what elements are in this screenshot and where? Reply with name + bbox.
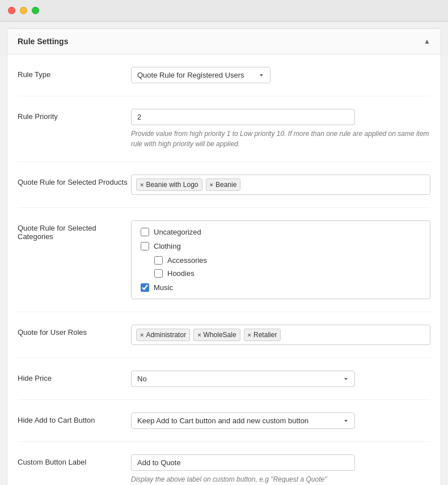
selected-products-control: × Beanie with Logo × Beanie (131, 175, 430, 195)
rule-type-control: Quote Rule for Registered Users Quote Ru… (131, 67, 430, 83)
panel-toggle-icon[interactable]: ▲ (424, 37, 430, 45)
hide-price-row: Hide Price No Yes (18, 358, 430, 400)
remove-wholesale[interactable]: × (197, 331, 201, 338)
cat-accessories-checkbox[interactable] (154, 256, 163, 265)
user-roles-row: Quote for User Roles × Administrator × W… (18, 312, 430, 358)
tag-beanie: × Beanie (206, 178, 241, 191)
cat-music-checkbox[interactable] (141, 283, 149, 292)
remove-administrator[interactable]: × (140, 331, 143, 338)
custom-button-label-control: Display the above label on custom button… (131, 454, 430, 484)
rule-settings-panel: Rule Settings ▲ Rule Type Quote Rule for… (7, 28, 441, 485)
panel-body: Rule Type Quote Rule for Registered User… (7, 54, 441, 485)
hide-add-to-cart-row: Hide Add to Cart Button Keep Add to Cart… (18, 400, 430, 442)
categories-checkbox-box: Uncategorized Clothing Accessories (131, 220, 430, 299)
cat-music-item: Music (141, 283, 421, 292)
rule-type-select[interactable]: Quote Rule for Registered Users Quote Ru… (131, 67, 271, 83)
cat-hoodies-label: Hoodies (167, 269, 195, 278)
cat-clothing-checkbox[interactable] (141, 242, 149, 250)
panel-header: Rule Settings ▲ (7, 29, 441, 54)
cat-hoodies-item: Hoodies (154, 269, 421, 278)
cat-accessories-label: Accessories (167, 256, 207, 265)
hide-price-control: No Yes (131, 371, 430, 387)
hide-add-to-cart-label: Hide Add to Cart Button (18, 412, 131, 424)
cat-hoodies-checkbox[interactable] (154, 269, 163, 278)
close-button[interactable] (8, 7, 15, 14)
minimize-button[interactable] (20, 7, 27, 14)
cat-uncategorized-item: Uncategorized (141, 228, 421, 236)
user-roles-control: × Administrator × WholeSale × Retalier (131, 325, 430, 345)
selected-categories-label: Quote Rule for Selected Categories (18, 220, 131, 241)
hide-add-to-cart-control: Keep Add to Cart button and add new cust… (131, 412, 430, 429)
tag-wholesale: × WholeSale (193, 329, 240, 341)
hide-add-to-cart-select[interactable]: Keep Add to Cart button and add new cust… (131, 412, 355, 429)
rule-priority-input[interactable] (131, 109, 355, 125)
custom-button-label-hint: Display the above label on custom button… (131, 474, 430, 484)
rule-priority-label: Rule Priority (18, 109, 131, 121)
tag-administrator: × Administrator (136, 329, 190, 341)
remove-retailer[interactable]: × (248, 331, 251, 338)
title-bar (0, 0, 448, 22)
rule-priority-control: Provide value from high priority 1 to Lo… (131, 109, 430, 149)
rule-priority-hint: Provide value from high priority 1 to Lo… (131, 129, 430, 149)
custom-button-label-row: Custom Button Label Display the above la… (18, 442, 430, 485)
custom-button-label-input[interactable] (131, 454, 355, 471)
tag-beanie-logo: × Beanie with Logo (136, 178, 202, 191)
cat-uncategorized-label: Uncategorized (154, 228, 201, 236)
rule-priority-row: Rule Priority Provide value from high pr… (18, 96, 430, 162)
custom-button-label-label: Custom Button Label (18, 454, 131, 466)
maximize-button[interactable] (32, 7, 39, 14)
selected-products-label: Quote Rule for Selected Products (18, 175, 131, 186)
cat-clothing-item: Clothing (141, 242, 421, 250)
user-roles-label: Quote for User Roles (18, 325, 131, 337)
cat-clothing-label: Clothing (154, 242, 181, 250)
rule-type-label: Rule Type (18, 67, 131, 79)
remove-beanie[interactable]: × (210, 181, 213, 188)
selected-categories-row: Quote Rule for Selected Categories Uncat… (18, 208, 430, 312)
selected-products-tag-box[interactable]: × Beanie with Logo × Beanie (131, 175, 430, 195)
panel-title: Rule Settings (18, 37, 68, 46)
tag-retailer: × Retalier (244, 329, 281, 341)
hide-price-label: Hide Price (18, 371, 131, 382)
cat-accessories-item: Accessories (154, 256, 421, 265)
cat-uncategorized-checkbox[interactable] (141, 228, 149, 236)
remove-beanie-logo[interactable]: × (140, 181, 143, 188)
cat-music-label: Music (154, 283, 173, 292)
user-roles-tag-box[interactable]: × Administrator × WholeSale × Retalier (131, 325, 430, 345)
hide-price-select[interactable]: No Yes (131, 371, 355, 387)
sub-categories: Accessories Hoodies (154, 256, 421, 278)
rule-type-row: Rule Type Quote Rule for Registered User… (18, 54, 430, 96)
selected-products-row: Quote Rule for Selected Products × Beani… (18, 162, 430, 208)
selected-categories-control: Uncategorized Clothing Accessories (131, 220, 430, 299)
